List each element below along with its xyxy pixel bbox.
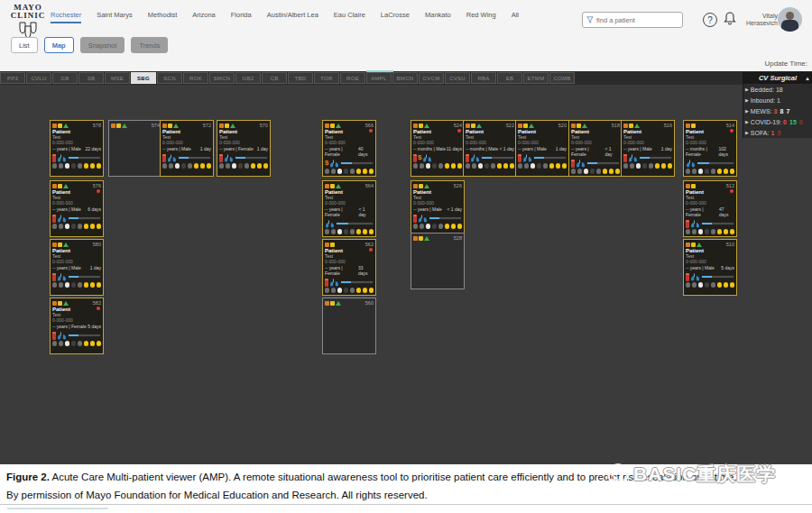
patient-card-512[interactable]: 512 Patient Test 0-000-000 -- years | Fe… bbox=[683, 180, 737, 237]
unit-tab-tbd[interactable]: TBD bbox=[288, 72, 313, 84]
unit-tab-label: TOR bbox=[320, 76, 332, 81]
status-dot-icon bbox=[717, 282, 722, 288]
unit-tab-gb2[interactable]: GB2 bbox=[235, 72, 261, 84]
acuity-flag-icon bbox=[686, 184, 690, 188]
unit-tab-eb[interactable]: EB bbox=[497, 72, 522, 84]
patient-search-box[interactable] bbox=[582, 12, 683, 28]
nav-campus-item-all[interactable]: All bbox=[512, 11, 519, 22]
patient-card-514[interactable]: 514 Patient Test 0-000-000 -- months | F… bbox=[683, 120, 737, 177]
patient-card-522[interactable]: 522 Patient Test 0-000-000 -- months | M… bbox=[463, 120, 517, 177]
nav-campus-item-arizona[interactable]: Arizona bbox=[192, 11, 215, 22]
unit-panel-header[interactable]: CV Surgical ▲ bbox=[743, 72, 812, 84]
unit-stat-label: SOFA: bbox=[751, 130, 770, 136]
stable-triangle-icon bbox=[336, 124, 341, 128]
caption-divider bbox=[0, 504, 812, 505]
patient-card-582[interactable]: 582 Patient Test 0-000-000 -- years | Fe… bbox=[50, 298, 104, 354]
view-button-label: Trends bbox=[139, 41, 160, 50]
nav-campus-item-rochester[interactable]: Rochester bbox=[51, 11, 81, 23]
help-button[interactable]: ? bbox=[703, 13, 717, 27]
nav-campus-item-lacrosse[interactable]: LaCrosse bbox=[381, 11, 410, 22]
patient-card-518[interactable]: 518 Patient Test 0-000-000 -- years | Fe… bbox=[568, 120, 623, 177]
nav-campus-item-florida[interactable]: Florida bbox=[231, 11, 252, 22]
unit-tab-rba[interactable]: RBA bbox=[471, 72, 496, 84]
acuity-flag-icon bbox=[466, 124, 470, 128]
status-dot-icon bbox=[90, 224, 95, 229]
patient-card-572[interactable]: 572 Patient Test 0-000-000 -- years | Ma… bbox=[160, 120, 214, 177]
map-view-button[interactable]: Map bbox=[44, 37, 74, 53]
search-input[interactable] bbox=[596, 16, 674, 24]
patient-id: 0-000-000 bbox=[52, 259, 101, 264]
patient-card-564[interactable]: 564 Patient Test 0-000-000 -- years | Fe… bbox=[322, 180, 376, 237]
dollar-icon: $ bbox=[325, 160, 328, 167]
snapshot-view-button[interactable]: Snapshot bbox=[80, 37, 125, 53]
nav-campus-label: Florida bbox=[231, 11, 252, 19]
unit-tab-roe[interactable]: ROE bbox=[340, 72, 365, 84]
unit-tab-ampl[interactable]: AMPL bbox=[366, 72, 392, 84]
notifications-button[interactable] bbox=[724, 12, 736, 29]
device-row: $ bbox=[686, 218, 734, 229]
patient-card-562[interactable]: 562 Patient Test 0-000-000 -- years | Fe… bbox=[322, 239, 376, 296]
patient-card-576[interactable]: 576 Patient Test 0-000-000 -- years | Ma… bbox=[50, 180, 104, 237]
patient-card-520[interactable]: 520 Patient Test 0-000-000 -- years | Ma… bbox=[515, 120, 569, 177]
unit-tab-label: AMPL bbox=[371, 76, 387, 81]
user-name[interactable]: Vitaly Herasevich bbox=[740, 13, 778, 27]
unit-tab-bmcn[interactable]: BMCN bbox=[392, 72, 418, 84]
user-avatar[interactable] bbox=[778, 7, 802, 32]
patient-card-580[interactable]: 580 Patient Test 0-000-000 -- years | Ma… bbox=[50, 239, 104, 296]
unit-tab-etmm[interactable]: ETMM bbox=[523, 72, 549, 84]
nav-campus-item-eau-claire[interactable]: Eau Claire bbox=[334, 11, 365, 22]
unit-tab-sb[interactable]: SB bbox=[78, 72, 104, 84]
status-dot-icon bbox=[596, 169, 601, 174]
card-body: Patient Test 0-000-000 -- years | Female… bbox=[571, 128, 620, 174]
unit-tab-cvlu[interactable]: CVLU bbox=[26, 72, 51, 84]
unit-tab-smcn[interactable]: SMCN bbox=[209, 72, 235, 84]
unit-panel-row[interactable]: ▶ MEWS: 387 bbox=[743, 105, 812, 116]
unit-tab-sbg[interactable]: SBG bbox=[131, 72, 156, 84]
unit-tab-tor[interactable]: TOR bbox=[314, 72, 339, 84]
nav-campus-item-red-wing[interactable]: Red Wing bbox=[466, 11, 496, 22]
nav-campus-item-methodist[interactable]: Methodist bbox=[148, 11, 178, 22]
patient-card-510[interactable]: 510 Patient Test 0-000-000 -- years | Ma… bbox=[683, 239, 737, 296]
unit-tab-mse[interactable]: MSE bbox=[105, 72, 130, 84]
patient-card-560[interactable]: 560 $ bbox=[322, 298, 376, 354]
unit-tab-scn[interactable]: SCN bbox=[157, 72, 182, 84]
unit-tab-cvcm[interactable]: CVCM bbox=[419, 72, 444, 84]
status-dot-icon bbox=[420, 224, 424, 229]
nav-campus-item-saint-marys[interactable]: Saint Marys bbox=[97, 11, 133, 22]
patient-card-566[interactable]: 566 Patient Test 0-000-000 -- years | Fe… bbox=[322, 120, 376, 177]
patient-card-570[interactable]: 570 Patient Test 0-000-000 -- years | Fe… bbox=[217, 120, 271, 177]
list-view-button[interactable]: List bbox=[11, 37, 38, 53]
status-dot-icon bbox=[65, 163, 69, 169]
unit-tab-rok[interactable]: ROK bbox=[183, 72, 208, 84]
unit-panel-row[interactable]: ▶ Bedded: 18 bbox=[743, 84, 812, 95]
card-body: Patient Test 0-000-000 -- years | Male <… bbox=[413, 188, 462, 229]
status-dot-icon bbox=[344, 229, 348, 234]
unit-tab-gb[interactable]: GB bbox=[52, 72, 78, 84]
nav-campus-item-mankato[interactable]: Mankato bbox=[425, 11, 451, 22]
length-of-stay: 47 days bbox=[719, 206, 734, 217]
status-dot-icon bbox=[724, 229, 728, 234]
patient-card-516[interactable]: 516 Patient Test 0-000-000 -- years | Ma… bbox=[621, 120, 675, 177]
unit-panel-row[interactable]: ▶ COVID-19: 0150 bbox=[743, 116, 812, 127]
device-row: $ bbox=[686, 158, 734, 169]
unit-tab-cb[interactable]: CB bbox=[262, 72, 287, 84]
unit-tab-cvsu[interactable]: CVSU bbox=[445, 72, 470, 84]
age-sex-label: -- years | Male bbox=[52, 265, 81, 270]
status-dot-icon bbox=[484, 163, 489, 169]
lungs-icon bbox=[57, 332, 67, 340]
unit-tab-pp3[interactable]: PP3 bbox=[0, 72, 25, 84]
nav-campus-item-austin-albert-lea[interactable]: Austin/Albert Lea bbox=[267, 11, 318, 22]
patient-card-526[interactable]: 526 Patient Test 0-000-000 -- years | Ma… bbox=[411, 180, 465, 237]
unit-tab-comb[interactable]: COMB bbox=[549, 72, 575, 84]
patient-card-578[interactable]: 578 Patient Test 0-000-000 -- years | Ma… bbox=[50, 120, 104, 177]
unit-panel-row[interactable]: ▶ SOFA: 15 bbox=[743, 127, 812, 138]
trends-view-button[interactable]: Trends bbox=[131, 37, 168, 53]
patient-card-574[interactable]: 574 $ bbox=[108, 120, 162, 177]
unit-panel-row[interactable]: ▶ Inbound: 1 bbox=[743, 95, 812, 105]
patient-card-528[interactable]: 528 $ bbox=[411, 233, 465, 289]
stable-triangle-icon bbox=[697, 243, 702, 247]
status-dot-icon bbox=[451, 163, 456, 169]
patient-card-524[interactable]: 524 Patient Test 0-000-000 -- months | M… bbox=[411, 120, 465, 177]
card-body: Patient Test 0-000-000 -- years | Female… bbox=[219, 128, 268, 169]
length-of-stay: 1 day bbox=[257, 146, 268, 151]
